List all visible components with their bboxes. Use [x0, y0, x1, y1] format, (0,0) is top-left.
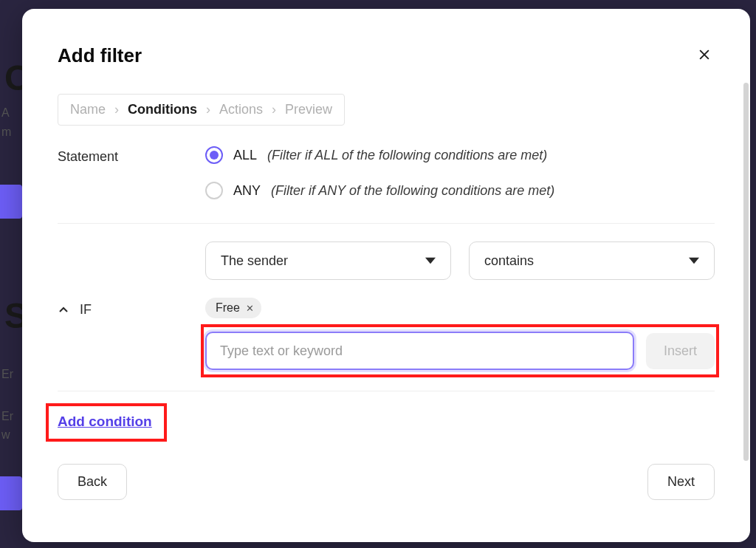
radio-option-all[interactable]: ALL (Filter if ALL of the following cond…: [205, 146, 715, 164]
statement-row: Statement ALL (Filter if ALL of the foll…: [58, 146, 715, 217]
chevron-up-icon[interactable]: [58, 304, 69, 316]
caret-down-icon: [689, 256, 699, 266]
if-row: IF Free ✕ Insert: [58, 298, 715, 370]
backdrop-text: w: [1, 428, 10, 442]
back-button[interactable]: Back: [58, 464, 127, 500]
radio-all-hint: (Filter if ALL of the following conditio…: [267, 148, 547, 163]
operator-select-value: contains: [484, 253, 534, 269]
keyword-chip: Free ✕: [205, 298, 261, 318]
chevron-right-icon: ›: [114, 102, 119, 117]
breadcrumb: Name › Conditions › Actions › Preview: [58, 94, 345, 126]
breadcrumb-name[interactable]: Name: [70, 102, 106, 117]
footer: Back Next: [58, 464, 715, 500]
condition-row: The sender contains: [58, 242, 715, 298]
divider: [58, 391, 715, 391]
backdrop-text: Er: [1, 410, 13, 423]
insert-button[interactable]: Insert: [646, 333, 715, 369]
radio-all[interactable]: [205, 146, 223, 164]
radio-any-hint: (Filter if ANY of the following conditio…: [271, 183, 554, 199]
field-select-value: The sender: [221, 253, 288, 269]
add-filter-modal: Add filter Name › Conditions › Actions ›…: [22, 9, 750, 542]
radio-any[interactable]: [205, 182, 223, 199]
modal-header: Add filter: [58, 44, 715, 67]
if-label: IF: [80, 302, 92, 318]
next-button[interactable]: Next: [647, 464, 715, 500]
modal-title: Add filter: [58, 44, 142, 67]
backdrop-text: m: [1, 126, 11, 139]
operator-select[interactable]: contains: [469, 242, 715, 280]
radio-option-any[interactable]: ANY (Filter if ANY of the following cond…: [205, 182, 715, 199]
keyword-input[interactable]: [205, 332, 634, 370]
statement-label: Statement: [58, 146, 176, 165]
close-icon: [697, 47, 712, 62]
chip-remove-icon[interactable]: ✕: [246, 303, 254, 314]
add-condition-link[interactable]: Add condition: [58, 414, 152, 429]
scrollbar[interactable]: [743, 83, 749, 461]
backdrop-accent: [0, 185, 22, 219]
backdrop-text: Er: [1, 368, 13, 381]
caret-down-icon: [425, 256, 436, 266]
radio-any-label: ANY: [233, 183, 261, 199]
scrollbar-thumb[interactable]: [743, 83, 749, 461]
close-button[interactable]: [694, 44, 715, 65]
radio-all-label: ALL: [233, 148, 257, 163]
breadcrumb-conditions[interactable]: Conditions: [128, 102, 197, 117]
divider: [58, 223, 715, 224]
breadcrumb-preview[interactable]: Preview: [285, 102, 332, 117]
backdrop-text: A: [1, 106, 10, 120]
chevron-right-icon: ›: [206, 102, 210, 117]
backdrop-accent: [0, 476, 22, 510]
breadcrumb-actions[interactable]: Actions: [219, 102, 263, 117]
field-select[interactable]: The sender: [205, 242, 451, 280]
chip-text: Free: [216, 301, 240, 315]
chevron-right-icon: ›: [272, 102, 276, 117]
